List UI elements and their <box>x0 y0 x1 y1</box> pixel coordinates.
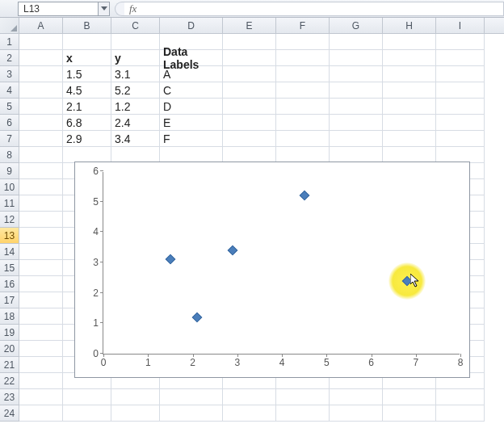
cell[interactable] <box>19 131 63 147</box>
cell[interactable]: 2.9 <box>63 131 111 147</box>
cell[interactable] <box>436 405 485 422</box>
cell[interactable]: A <box>160 66 223 82</box>
cell[interactable] <box>63 389 111 405</box>
cell[interactable] <box>330 99 383 115</box>
cell[interactable] <box>111 405 160 422</box>
row-header[interactable]: 18 <box>0 308 19 325</box>
cell[interactable]: 3.4 <box>111 131 160 147</box>
cell[interactable]: 2.4 <box>111 115 160 131</box>
cell[interactable] <box>383 34 436 50</box>
cell[interactable] <box>19 34 63 50</box>
select-all-corner[interactable] <box>0 18 19 33</box>
row-header[interactable]: 23 <box>0 389 19 405</box>
cell[interactable] <box>19 276 63 292</box>
row-header[interactable]: 11 <box>0 195 19 212</box>
cell[interactable] <box>436 34 485 50</box>
embedded-chart[interactable]: 0123456012345678 <box>74 162 470 378</box>
row-header[interactable]: 12 <box>0 212 19 228</box>
cell[interactable] <box>19 163 63 179</box>
cell[interactable] <box>111 389 160 405</box>
name-box-dropdown[interactable] <box>99 2 110 16</box>
col-header[interactable]: G <box>330 18 383 33</box>
cell[interactable] <box>63 405 111 422</box>
formula-input[interactable] <box>141 2 504 16</box>
data-point[interactable] <box>166 254 176 265</box>
cell[interactable] <box>19 179 63 195</box>
cell[interactable] <box>19 260 63 276</box>
cell[interactable]: y <box>111 50 160 66</box>
cell[interactable] <box>383 82 436 99</box>
row-header[interactable]: 15 <box>0 260 19 276</box>
row-header[interactable]: 24 <box>0 405 19 422</box>
cell[interactable] <box>276 131 330 147</box>
cell[interactable]: Data Labels <box>160 50 223 66</box>
cell[interactable] <box>330 82 383 99</box>
cell[interactable] <box>63 34 111 50</box>
cell[interactable] <box>383 131 436 147</box>
cell[interactable] <box>19 308 63 325</box>
cell[interactable] <box>383 66 436 82</box>
cell[interactable] <box>223 34 276 50</box>
cell[interactable] <box>330 131 383 147</box>
cell[interactable] <box>436 82 485 99</box>
fx-icon[interactable]: fx <box>124 2 141 16</box>
cell[interactable] <box>276 115 330 131</box>
cell[interactable] <box>19 389 63 405</box>
cell[interactable] <box>276 147 330 163</box>
row-header[interactable]: 9 <box>0 163 19 179</box>
col-header[interactable]: F <box>276 18 330 33</box>
row-header[interactable]: 3 <box>0 66 19 82</box>
cell[interactable]: 3.1 <box>111 66 160 82</box>
cell[interactable] <box>276 34 330 50</box>
col-header[interactable]: E <box>223 18 276 33</box>
cell[interactable]: 4.5 <box>63 82 111 99</box>
col-header[interactable]: D <box>160 18 223 33</box>
row-header[interactable]: 14 <box>0 244 19 260</box>
plot-area[interactable]: 0123456012345678 <box>103 172 460 355</box>
name-box[interactable]: L13 <box>18 2 99 16</box>
cell[interactable] <box>436 115 485 131</box>
cell[interactable]: 1.5 <box>63 66 111 82</box>
cell[interactable] <box>19 244 63 260</box>
cell[interactable] <box>383 99 436 115</box>
cell[interactable] <box>19 357 63 373</box>
cell[interactable] <box>436 131 485 147</box>
row-header[interactable]: 1 <box>0 34 19 50</box>
cell[interactable] <box>19 82 63 99</box>
cell[interactable] <box>19 195 63 212</box>
cell[interactable] <box>276 50 330 66</box>
cell[interactable] <box>19 212 63 228</box>
cell[interactable] <box>111 147 160 163</box>
row-header[interactable]: 8 <box>0 147 19 163</box>
data-point[interactable] <box>192 312 203 322</box>
cell[interactable] <box>19 373 63 389</box>
cell[interactable]: D <box>160 99 223 115</box>
cell[interactable] <box>19 147 63 163</box>
row-header[interactable]: 22 <box>0 373 19 389</box>
cell[interactable]: 5.2 <box>111 82 160 99</box>
cell[interactable] <box>160 405 223 422</box>
cell[interactable] <box>276 66 330 82</box>
cell[interactable] <box>19 99 63 115</box>
cell[interactable] <box>276 389 330 405</box>
row-header[interactable]: 6 <box>0 115 19 131</box>
col-header[interactable]: C <box>111 18 160 33</box>
cell[interactable] <box>19 50 63 66</box>
data-point[interactable] <box>228 245 238 256</box>
cell[interactable]: 6.8 <box>63 115 111 131</box>
cell[interactable] <box>19 228 63 244</box>
col-header[interactable]: H <box>383 18 436 33</box>
cell[interactable] <box>330 147 383 163</box>
cell[interactable] <box>223 82 276 99</box>
row-header[interactable]: 17 <box>0 292 19 308</box>
row-header[interactable]: 7 <box>0 131 19 147</box>
cell[interactable] <box>223 115 276 131</box>
cell[interactable]: 1.2 <box>111 99 160 115</box>
cell[interactable] <box>330 405 383 422</box>
cell[interactable] <box>383 147 436 163</box>
row-header[interactable]: 2 <box>0 50 19 66</box>
cell[interactable] <box>383 405 436 422</box>
cell[interactable] <box>330 50 383 66</box>
cell[interactable] <box>160 147 223 163</box>
data-point[interactable] <box>299 191 309 201</box>
